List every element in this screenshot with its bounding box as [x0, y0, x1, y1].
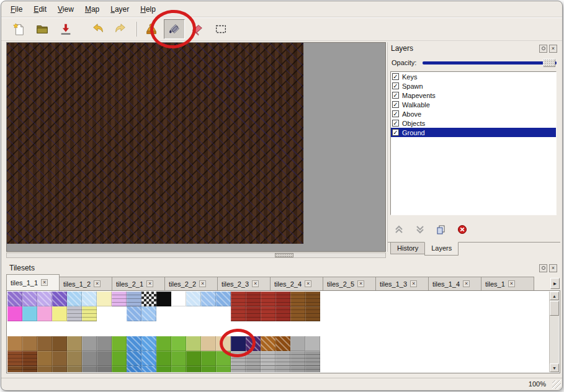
tileset-tile[interactable]	[290, 336, 305, 351]
tileset-tile[interactable]	[37, 351, 52, 366]
tab-scroll-right-button[interactable]: ►	[550, 278, 560, 289]
redo-button[interactable]	[112, 20, 129, 38]
tileset-tile[interactable]	[141, 336, 156, 351]
layer-visibility-checkbox[interactable]: ✓	[392, 82, 399, 89]
tileset-tile[interactable]	[112, 292, 127, 306]
tileset-tile[interactable]	[37, 366, 52, 372]
tileset-tile[interactable]	[22, 351, 37, 366]
tileset-tab-tiles_1_2[interactable]: tiles_1_2×	[59, 277, 112, 290]
menu-help[interactable]: Help	[135, 3, 161, 16]
layer-visibility-checkbox[interactable]: ✓	[392, 120, 399, 127]
tileset-tile[interactable]	[52, 292, 67, 306]
tileset-tile[interactable]	[261, 336, 275, 351]
tileset-tile[interactable]	[7, 366, 22, 372]
tileset-tile[interactable]	[22, 336, 37, 351]
scroll-up-button[interactable]: ▲	[550, 292, 559, 300]
tab-history[interactable]: History	[390, 243, 425, 254]
tileset-tile[interactable]	[141, 292, 156, 306]
tab-close-icon[interactable]: ×	[305, 280, 311, 287]
tileset-tab-tiles_1_1[interactable]: tiles_1_1×	[6, 274, 60, 290]
tileset-tile[interactable]	[97, 336, 112, 351]
tileset-vertical-scrollbar[interactable]: ▲ ▼	[549, 292, 559, 372]
tileset-tile[interactable]	[246, 366, 261, 372]
tileset-tile[interactable]	[112, 366, 127, 372]
tileset-tile[interactable]	[97, 292, 112, 306]
tileset-tile[interactable]	[201, 292, 216, 306]
tileset-tile[interactable]	[305, 351, 320, 366]
tileset-tile[interactable]	[67, 306, 82, 321]
tileset-tile[interactable]	[141, 351, 156, 366]
layer-visibility-checkbox[interactable]: ✓	[392, 92, 399, 99]
layer-visibility-checkbox[interactable]: ✓	[392, 110, 399, 117]
tileset-tile[interactable]	[216, 366, 231, 372]
tileset-tile[interactable]	[305, 366, 320, 372]
tileset-tile[interactable]	[231, 351, 246, 366]
tileset-tile[interactable]	[231, 306, 246, 321]
tileset-tile[interactable]	[261, 366, 275, 372]
tileset-tile[interactable]	[246, 306, 261, 321]
map-canvas[interactable]	[7, 43, 303, 244]
layer-row-objects[interactable]: ✓Objects	[391, 118, 556, 128]
tileset-tile[interactable]	[67, 351, 82, 366]
scrollbar-thumb[interactable]	[275, 253, 293, 257]
tileset-tile[interactable]	[290, 306, 305, 321]
open-map-button[interactable]	[34, 20, 51, 38]
tileset-tile[interactable]	[231, 366, 246, 372]
tab-close-icon[interactable]: ×	[94, 280, 101, 287]
tileset-tile[interactable]	[22, 366, 37, 372]
tileset-tile[interactable]	[52, 351, 67, 366]
save-map-button[interactable]	[57, 20, 74, 38]
tileset-tab-tiles_2_1[interactable]: tiles_2_1×	[112, 277, 165, 290]
eraser-tool-button[interactable]	[189, 20, 206, 38]
menu-map[interactable]: Map	[79, 3, 105, 16]
layer-visibility-checkbox[interactable]: ✓	[392, 129, 399, 136]
tileset-tile[interactable]	[305, 292, 320, 306]
tileset-tile[interactable]	[112, 336, 127, 351]
delete-layer-button[interactable]	[455, 223, 470, 236]
menu-view[interactable]: View	[52, 3, 79, 16]
map-viewport[interactable]	[6, 42, 386, 252]
tab-close-icon[interactable]: ×	[146, 280, 153, 287]
tileset-tile[interactable]	[67, 336, 82, 351]
tileset-tile[interactable]	[201, 351, 216, 366]
menu-edit[interactable]: Edit	[28, 3, 52, 16]
tileset-tile[interactable]	[156, 292, 171, 306]
opacity-slider[interactable]	[423, 58, 557, 68]
tileset-tile[interactable]	[275, 306, 290, 321]
layer-row-mapevents[interactable]: ✓Mapevents	[391, 91, 556, 100]
tileset-tile[interactable]	[37, 336, 52, 351]
opacity-slider-handle[interactable]	[543, 59, 555, 67]
tileset-tab-tiles_2_3[interactable]: tiles_2_3×	[217, 277, 271, 290]
tileset-tile[interactable]	[67, 292, 82, 306]
tileset-tile[interactable]	[141, 306, 156, 321]
lower-layer-button[interactable]	[413, 223, 427, 236]
tab-close-icon[interactable]: ×	[410, 280, 417, 287]
panel-float-button[interactable]	[539, 264, 547, 272]
tileset-tile[interactable]	[22, 292, 37, 306]
tileset-tab-tiles_1[interactable]: tiles_1×	[481, 277, 534, 290]
tileset-tile[interactable]	[290, 351, 305, 366]
tileset-tile[interactable]	[246, 336, 261, 351]
tileset-tile[interactable]	[82, 351, 97, 366]
tileset-tile[interactable]	[82, 366, 97, 372]
tileset-tile[interactable]	[275, 366, 290, 372]
panel-close-button[interactable]: ×	[549, 264, 557, 272]
tileset-tile[interactable]	[231, 336, 246, 351]
tileset-tile[interactable]	[22, 306, 37, 321]
tileset-tile[interactable]	[67, 366, 82, 372]
layer-row-above[interactable]: ✓Above	[391, 109, 556, 118]
tab-layers[interactable]: Layers	[424, 242, 459, 256]
tileset-tile[interactable]	[261, 351, 275, 366]
resize-grip[interactable]	[552, 380, 561, 389]
tileset-tab-tiles_2_5[interactable]: tiles_2_5×	[323, 277, 376, 290]
tileset-tile[interactable]	[52, 366, 67, 372]
tileset-tile[interactable]	[261, 292, 275, 306]
tileset-tile[interactable]	[261, 306, 275, 321]
tileset-tile[interactable]	[7, 306, 22, 321]
tileset-tile[interactable]	[127, 336, 141, 351]
tileset-tile[interactable]	[156, 351, 171, 366]
tileset-tile[interactable]	[127, 351, 141, 366]
panel-close-button[interactable]: ×	[549, 45, 557, 53]
tileset-tile[interactable]	[97, 366, 112, 372]
raise-layer-button[interactable]	[392, 223, 406, 236]
